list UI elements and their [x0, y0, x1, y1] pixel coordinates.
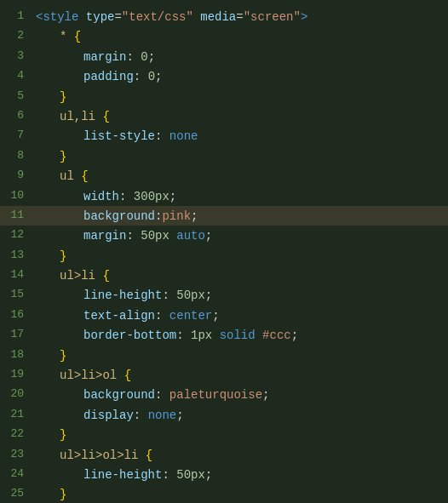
line-content: text-align: center; [32, 306, 448, 325]
code-line: 15line-height: 50px; [0, 285, 448, 305]
code-line: 17border-bottom: 1px solid #ccc; [0, 325, 448, 345]
line-number: 6 [0, 106, 32, 126]
code-editor: 1<style type="text/css" media="screen">2… [0, 0, 448, 503]
line-content: display: none; [32, 405, 448, 425]
code-line: 24line-height: 50px; [0, 465, 448, 484]
line-number: 4 [0, 66, 32, 86]
line-number: 14 [0, 266, 32, 285]
line-number: 12 [0, 226, 32, 245]
line-content: } [32, 246, 448, 266]
line-content: } [32, 146, 448, 166]
line-number: 3 [0, 47, 32, 66]
line-content: line-height: 50px; [32, 465, 448, 484]
code-line: 6ul,li { [0, 106, 448, 126]
code-line: 5} [0, 87, 448, 106]
line-content: ul>li>ol { [32, 365, 448, 385]
line-content: padding: 0; [32, 66, 448, 86]
line-content: ul,li { [32, 106, 448, 126]
line-content: background:pink; [32, 206, 448, 226]
code-line: 8} [0, 146, 448, 166]
line-content: } [32, 484, 448, 503]
code-line: 22} [0, 425, 448, 444]
line-content: list-style: none [32, 126, 448, 146]
code-line: 14ul>li { [0, 266, 448, 285]
line-number: 19 [0, 365, 32, 385]
code-line: 10width: 300px; [0, 186, 448, 206]
line-number: 21 [0, 405, 32, 425]
line-number: 16 [0, 306, 32, 325]
line-number: 10 [0, 186, 32, 206]
line-content: ul>li>ol>li { [32, 445, 448, 465]
line-number: 11 [0, 206, 32, 226]
line-number: 1 [0, 7, 32, 26]
line-content: background: paleturquoise; [32, 385, 448, 404]
code-line: 7list-style: none [0, 126, 448, 146]
line-content: margin: 0; [32, 47, 448, 66]
line-content: <style type="text/css" media="screen"> [32, 7, 448, 26]
code-line: 16text-align: center; [0, 306, 448, 325]
line-content: width: 300px; [32, 186, 448, 206]
code-line: 23ul>li>ol>li { [0, 445, 448, 465]
line-number: 9 [0, 166, 32, 186]
line-content: ul>li { [32, 266, 448, 285]
line-content: } [32, 425, 448, 444]
line-content: } [32, 346, 448, 365]
line-content: ul { [32, 166, 448, 186]
line-number: 8 [0, 146, 32, 166]
code-line: 20background: paleturquoise; [0, 385, 448, 404]
line-number: 22 [0, 425, 32, 444]
code-line: 18} [0, 346, 448, 365]
code-line: 12margin: 50px auto; [0, 226, 448, 245]
line-content: border-bottom: 1px solid #ccc; [32, 325, 448, 345]
line-number: 23 [0, 445, 32, 465]
line-number: 15 [0, 285, 32, 305]
line-content: * { [32, 26, 448, 46]
line-number: 17 [0, 325, 32, 345]
code-line: 9ul { [0, 166, 448, 186]
code-line: 25} [0, 484, 448, 503]
line-content: line-height: 50px; [32, 285, 448, 305]
code-line: 11background:pink; [0, 206, 448, 226]
code-line: 1<style type="text/css" media="screen"> [0, 7, 448, 26]
line-content: } [32, 87, 448, 106]
line-number: 25 [0, 484, 32, 503]
line-content: margin: 50px auto; [32, 226, 448, 245]
line-number: 13 [0, 246, 32, 266]
line-number: 7 [0, 126, 32, 146]
code-line: 21display: none; [0, 405, 448, 425]
line-number: 24 [0, 465, 32, 484]
code-line: 19ul>li>ol { [0, 365, 448, 385]
code-line: 2* { [0, 26, 448, 46]
code-line: 4padding: 0; [0, 66, 448, 86]
line-number: 20 [0, 385, 32, 404]
code-line: 3margin: 0; [0, 47, 448, 66]
line-number: 5 [0, 87, 32, 106]
code-line: 13} [0, 246, 448, 266]
line-number: 2 [0, 26, 32, 46]
line-number: 18 [0, 346, 32, 365]
